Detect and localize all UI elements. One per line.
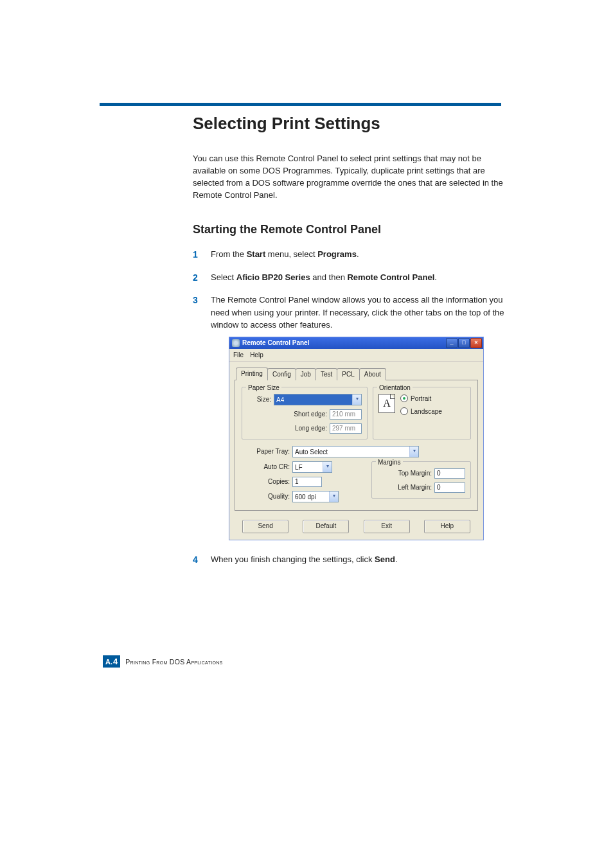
portrait-radio[interactable]: Portrait [400, 394, 442, 403]
help-button[interactable]: Help [424, 520, 470, 533]
page-footer: A.4 Printing From DOS Applications [103, 655, 529, 668]
step-2: 2 Select Aficio BP20 Series and then Rem… [193, 271, 504, 284]
app-icon [232, 339, 240, 347]
window-titlebar[interactable]: Remote Control Panel _ □ × [229, 337, 483, 349]
dialog-button-row: Send Default Exit Help [235, 516, 478, 533]
topmargin-label: Top Margin: [387, 468, 432, 478]
papertray-label: Paper Tray: [242, 447, 290, 456]
step-3: 3 The Remote Control Panel window allows… [193, 294, 504, 540]
step-number: 2 [193, 271, 198, 285]
tab-strip: Printing Config Job Test PCL About [236, 367, 478, 380]
papersize-legend: Paper Size [246, 383, 281, 393]
step-number: 4 [193, 553, 198, 567]
longedge-label: Long edge: [295, 423, 327, 433]
shortedge-field[interactable]: 210 mm [330, 409, 362, 420]
landscape-label: Landscape [411, 407, 442, 416]
menu-file[interactable]: File [233, 350, 244, 360]
step-bold: Remote Control Panel [347, 272, 434, 282]
remote-control-panel-screenshot: Remote Control Panel _ □ × File Help [229, 337, 484, 540]
chevron-down-icon: ▾ [409, 447, 418, 457]
step-text: When you finish changing the settings, c… [211, 554, 375, 564]
step-text: . [434, 272, 437, 282]
close-button[interactable]: × [470, 338, 482, 348]
tab-job[interactable]: Job [296, 368, 316, 380]
step-text: From the [211, 249, 247, 259]
page-number-badge: A.4 [103, 655, 120, 668]
size-value: A4 [274, 394, 352, 405]
tab-body: Paper Size Size: A4 ▾ [235, 380, 478, 511]
step-number: 1 [193, 248, 198, 261]
step-text: . [395, 554, 398, 564]
margins-legend: Margins [376, 457, 403, 467]
copies-label: Copies: [242, 477, 290, 486]
step-text: . [357, 249, 359, 259]
menu-help[interactable]: Help [250, 350, 263, 360]
shortedge-label: Short edge: [294, 409, 327, 419]
steps-list: 1 From the Start menu, select Programs. … [193, 248, 504, 565]
step-text: Select [211, 272, 236, 282]
step-bold: Aficio BP20 Series [236, 272, 310, 282]
page-number: 4 [113, 657, 118, 666]
maximize-button[interactable]: □ [458, 338, 470, 348]
radio-icon [400, 407, 408, 415]
step-bold: Send [375, 554, 395, 564]
header-rule [100, 103, 501, 106]
send-button[interactable]: Send [242, 520, 289, 533]
papertray-value: Auto Select [293, 447, 409, 457]
subheading: Starting the Remote Control Panel [193, 223, 504, 236]
orientation-legend: Orientation [377, 383, 413, 393]
autocr-select[interactable]: LF ▾ [292, 461, 332, 473]
papersize-group: Paper Size Size: A4 ▾ [242, 387, 368, 439]
step-text: and then [310, 272, 348, 282]
footer-text: Printing From DOS Applications [125, 658, 222, 666]
landscape-radio[interactable]: Landscape [400, 407, 442, 416]
portrait-label: Portrait [411, 394, 431, 403]
topmargin-field[interactable]: 0 [434, 468, 465, 479]
default-button[interactable]: Default [303, 520, 349, 533]
copies-field[interactable]: 1 [292, 477, 322, 487]
tab-pcl[interactable]: PCL [337, 368, 359, 380]
tab-printing[interactable]: Printing [236, 368, 268, 380]
size-label: Size: [257, 394, 271, 404]
step-text: The Remote Control Panel window allows y… [211, 295, 504, 330]
radio-icon [400, 394, 408, 402]
tab-config[interactable]: Config [267, 368, 296, 380]
quality-select[interactable]: 600 dpi ▾ [292, 491, 339, 502]
leftmargin-label: Left Margin: [387, 483, 432, 492]
papertray-select[interactable]: Auto Select ▾ [292, 446, 419, 457]
menu-bar: File Help [229, 349, 483, 362]
minimize-button[interactable]: _ [446, 338, 458, 348]
quality-label: Quality: [242, 492, 290, 501]
window-title: Remote Control Panel [242, 338, 309, 348]
size-select[interactable]: A4 ▾ [274, 394, 362, 405]
page-prefix: A. [105, 658, 112, 666]
chevron-down-icon: ▾ [323, 462, 332, 472]
page-title: Selecting Print Settings [193, 114, 504, 134]
step-bold: Programs [317, 249, 357, 259]
tab-test[interactable]: Test [315, 368, 337, 380]
step-text: menu, select [265, 249, 317, 259]
longedge-field[interactable]: 297 mm [330, 423, 362, 434]
autocr-value: LF [293, 462, 323, 472]
step-number: 3 [193, 294, 198, 307]
orientation-group: Orientation A Portrait [373, 387, 471, 439]
step-1: 1 From the Start menu, select Programs. [193, 248, 504, 261]
step-4: 4 When you finish changing the settings,… [193, 553, 504, 566]
quality-value: 600 dpi [293, 492, 329, 502]
leftmargin-field[interactable]: 0 [434, 483, 465, 493]
chevron-down-icon: ▾ [352, 394, 361, 405]
margins-group: Margins Top Margin: 0 Left Margin: 0 [371, 461, 471, 499]
intro-paragraph: You can use this Remote Control Panel to… [193, 153, 504, 201]
orientation-icon: A [378, 394, 395, 413]
exit-button[interactable]: Exit [364, 520, 410, 533]
autocr-label: Auto CR: [242, 462, 290, 472]
chevron-down-icon: ▾ [329, 492, 338, 502]
tab-about[interactable]: About [359, 368, 386, 380]
step-bold: Start [247, 249, 266, 259]
